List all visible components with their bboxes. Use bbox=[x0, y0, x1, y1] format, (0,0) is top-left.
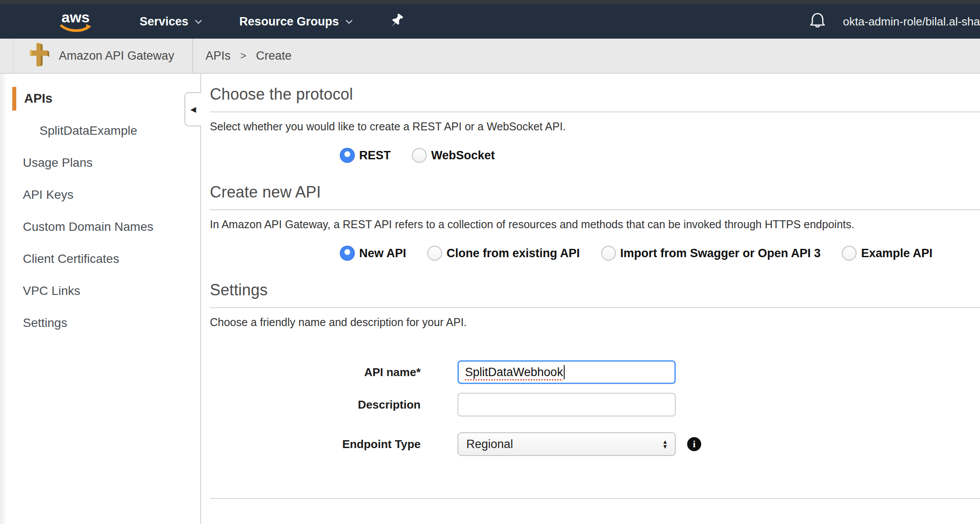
api-name-row: API name* SplitDataWebhook bbox=[210, 360, 980, 384]
api-name-label: API name* bbox=[210, 366, 421, 379]
main-panel: Choose the protocol Select whether you w… bbox=[201, 74, 980, 524]
text-cursor bbox=[564, 365, 565, 379]
chevron-down-icon bbox=[345, 19, 353, 24]
create-new-api-radio[interactable]: New API bbox=[340, 246, 406, 261]
sidebar-item-label: Client Certificates bbox=[23, 252, 119, 266]
chevron-down-icon bbox=[195, 19, 202, 24]
radio-unselected-icon bbox=[601, 246, 616, 261]
sidebar-item-vpc-links[interactable]: VPC Links bbox=[0, 275, 200, 307]
section-description: Select whether you would like to create … bbox=[210, 120, 980, 133]
breadcrumb-separator: > bbox=[240, 50, 246, 62]
endpoint-type-value: Regional bbox=[466, 438, 662, 451]
aws-navbar: aws Services Resource Groups bbox=[0, 4, 980, 39]
info-icon[interactable]: i bbox=[687, 437, 701, 451]
notifications-bell-icon[interactable] bbox=[809, 11, 826, 32]
sidebar-item-label: SplitDataExample bbox=[40, 124, 137, 138]
sidebar-item-api-keys[interactable]: API Keys bbox=[0, 179, 200, 211]
sidebar-item-label: Usage Plans bbox=[23, 156, 93, 170]
sidebar-item-label: Settings bbox=[23, 316, 67, 330]
section-description: In Amazon API Gateway, a REST API refers… bbox=[210, 218, 980, 231]
sidebar-item-client-certificates[interactable]: Client Certificates bbox=[0, 243, 200, 275]
description-row: Description bbox=[210, 393, 980, 416]
section-divider bbox=[210, 111, 980, 112]
sidebar-item-label: API Keys bbox=[23, 188, 73, 202]
section-title: Choose the protocol bbox=[210, 85, 980, 104]
sidebar-item-custom-domain-names[interactable]: Custom Domain Names bbox=[0, 211, 200, 243]
create-import-swagger-radio[interactable]: Import from Swagger or Open API 3 bbox=[601, 246, 821, 261]
breadcrumb: APIs > Create bbox=[205, 39, 292, 73]
nav-services-menu[interactable]: Services bbox=[140, 15, 202, 29]
radio-unselected-icon bbox=[427, 246, 442, 261]
settings-section: Settings Choose a friendly name and desc… bbox=[210, 281, 980, 499]
radio-unselected-icon bbox=[842, 246, 857, 261]
radio-unselected-icon bbox=[412, 148, 427, 163]
section-bottom-divider bbox=[210, 498, 980, 499]
endpoint-type-select[interactable]: Regional ▲▼ bbox=[458, 432, 676, 456]
breadcrumb-apis-link[interactable]: APIs bbox=[205, 49, 231, 63]
sidebar: APIs SplitDataExample Usage Plans API Ke… bbox=[0, 74, 201, 524]
nav-resource-groups-label: Resource Groups bbox=[239, 15, 339, 29]
create-example-api-radio[interactable]: Example API bbox=[842, 246, 933, 261]
description-label: Description bbox=[210, 398, 421, 412]
section-description: Choose a friendly name and description f… bbox=[210, 316, 980, 329]
create-clone-radio[interactable]: Clone from existing API bbox=[427, 246, 580, 261]
sidebar-item-label: APIs bbox=[24, 91, 52, 106]
endpoint-type-row: Endpoint Type Regional ▲▼ i bbox=[210, 432, 980, 456]
api-gateway-icon bbox=[28, 43, 49, 69]
sidebar-item-apis[interactable]: APIs bbox=[0, 83, 200, 115]
browser-top-strip bbox=[0, 0, 980, 4]
aws-logo-icon[interactable]: aws bbox=[56, 8, 94, 35]
svg-text:aws: aws bbox=[61, 9, 90, 25]
sidebar-item-label: VPC Links bbox=[23, 284, 80, 298]
section-divider bbox=[210, 307, 980, 308]
sidebar-item-splitdataexample[interactable]: SplitDataExample bbox=[0, 115, 200, 147]
create-new-api-section: Create new API In Amazon API Gateway, a … bbox=[210, 183, 980, 261]
nav-services-label: Services bbox=[140, 15, 188, 29]
breadcrumb-bar: Amazon API Gateway APIs > Create bbox=[0, 39, 980, 74]
choose-protocol-section: Choose the protocol Select whether you w… bbox=[210, 85, 980, 163]
radio-selected-icon bbox=[340, 148, 355, 163]
protocol-websocket-radio[interactable]: WebSocket bbox=[412, 148, 495, 163]
nav-resource-groups-menu[interactable]: Resource Groups bbox=[239, 15, 353, 29]
description-input[interactable] bbox=[458, 393, 676, 416]
breadcrumb-create-current: Create bbox=[256, 49, 292, 63]
sidebar-item-settings[interactable]: Settings bbox=[0, 307, 200, 339]
breadcrumb-left-segment bbox=[0, 39, 13, 73]
radio-selected-icon bbox=[340, 246, 355, 261]
section-title: Settings bbox=[210, 281, 980, 299]
api-name-value: SplitDataWebhook bbox=[465, 366, 563, 379]
collapse-arrow-icon: ◀ bbox=[190, 105, 196, 114]
protocol-rest-radio[interactable]: REST bbox=[340, 148, 391, 163]
select-stepper-icon: ▲▼ bbox=[662, 439, 668, 449]
section-divider bbox=[210, 209, 980, 210]
api-name-input[interactable]: SplitDataWebhook bbox=[458, 360, 676, 384]
sidebar-collapse-button[interactable]: ◀ bbox=[184, 92, 201, 126]
endpoint-type-label: Endpoint Type bbox=[210, 438, 421, 451]
sidebar-item-label: Custom Domain Names bbox=[23, 220, 153, 234]
account-role-label[interactable]: okta-admin-role/bilal.al-sha bbox=[843, 15, 980, 29]
service-home-link[interactable]: Amazon API Gateway bbox=[13, 39, 193, 73]
section-title: Create new API bbox=[210, 183, 980, 201]
sidebar-item-usage-plans[interactable]: Usage Plans bbox=[0, 147, 200, 179]
service-name-label: Amazon API Gateway bbox=[59, 49, 174, 63]
pushpin-icon[interactable] bbox=[390, 13, 405, 30]
